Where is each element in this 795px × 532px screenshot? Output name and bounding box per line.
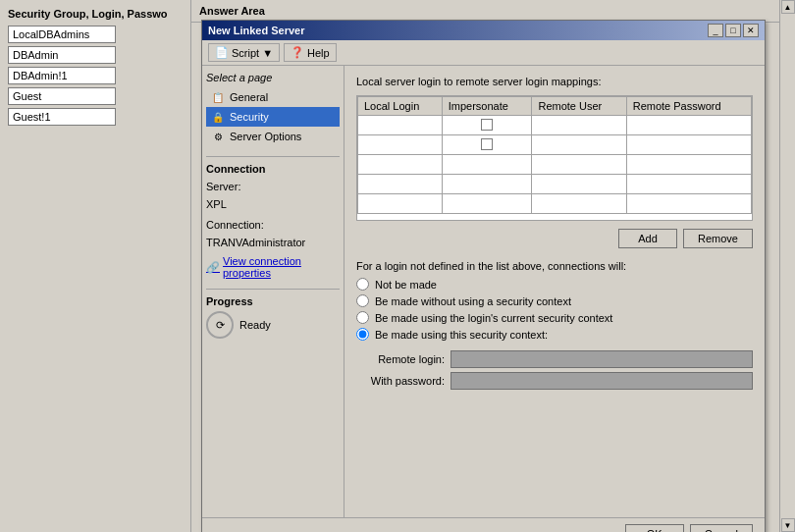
script-button[interactable]: 📄 Script ▼ <box>208 43 280 62</box>
table-row <box>358 135 752 155</box>
progress-status: Ready <box>239 319 271 331</box>
remote-password-cell[interactable] <box>626 135 751 155</box>
col-impersonate: Impersonate <box>442 97 532 116</box>
local-login-cell[interactable] <box>358 175 443 194</box>
list-item[interactable]: LocalDBAdmins <box>8 26 116 43</box>
progress-section: Progress ⟳ Ready <box>206 289 340 339</box>
dialog-body: Select a page 📋 General 🔒 Security ⚙ Ser… <box>202 66 765 517</box>
remote-login-input[interactable] <box>450 350 753 368</box>
login-table-container: Local Login Impersonate Remote User Remo… <box>356 95 753 221</box>
radio-option-current-context: Be made using the login's current securi… <box>356 311 753 324</box>
server-label: Server: XPL <box>206 179 340 213</box>
radio-no-security[interactable] <box>356 294 369 307</box>
radio-this-context[interactable] <box>356 328 369 341</box>
help-button[interactable]: ❓ Help <box>284 43 337 62</box>
connection-info: Server: XPL Connection: TRANVAdministrat… <box>206 179 340 251</box>
with-password-row: With password: <box>356 372 753 390</box>
radio-label-not-be-made: Not be made <box>375 279 437 291</box>
impersonate-cell[interactable] <box>442 116 532 135</box>
table-buttons: Add Remove <box>356 229 753 248</box>
remote-password-cell[interactable] <box>626 194 751 214</box>
sidebar-item-label: Server Options <box>230 131 301 142</box>
server-options-icon: ⚙ <box>210 129 226 144</box>
impersonate-cell[interactable] <box>442 135 532 155</box>
list-item[interactable]: DBAdmin <box>8 46 116 64</box>
table-row <box>358 155 752 175</box>
remote-user-cell[interactable] <box>532 155 626 175</box>
left-list: LocalDBAdmins DBAdmin DBAdmin!1 Guest Gu… <box>8 26 183 126</box>
dialog-content: Local server login to remote server logi… <box>344 66 765 517</box>
impersonate-cell[interactable] <box>442 175 532 194</box>
help-icon: ❓ <box>291 46 304 59</box>
remote-password-cell[interactable] <box>626 155 751 175</box>
dialog-titlebar: New Linked Server _ □ ✕ <box>202 21 765 40</box>
sidebar-item-general[interactable]: 📋 General <box>206 87 340 107</box>
script-icon: 📄 <box>215 46 229 59</box>
script-label: Script <box>232 47 259 59</box>
maximize-button[interactable]: □ <box>725 24 741 37</box>
connection-desc: For a login not defined in the list abov… <box>356 260 753 272</box>
local-login-cell[interactable] <box>358 116 443 135</box>
table-description: Local server login to remote server logi… <box>356 76 753 87</box>
impersonate-cell[interactable] <box>442 194 532 214</box>
impersonate-cell[interactable] <box>442 155 532 175</box>
remote-login-label: Remote login: <box>356 353 445 365</box>
sidebar-item-label: Security <box>230 111 269 123</box>
radio-label-current-context: Be made using the login's current securi… <box>375 312 612 324</box>
dialog-title: New Linked Server <box>208 25 304 36</box>
sidebar-item-label: General <box>230 91 268 103</box>
radio-option-not-be-made: Not be made <box>356 278 753 291</box>
left-panel: Security Group, Login, Passwo LocalDBAdm… <box>0 0 191 532</box>
radio-current-context[interactable] <box>356 311 369 324</box>
list-item[interactable]: DBAdmin!1 <box>8 67 116 84</box>
cancel-button[interactable]: Cancel <box>690 524 753 532</box>
chevron-down-icon: ▼ <box>262 47 273 59</box>
radio-not-be-made[interactable] <box>356 278 369 291</box>
col-local-login: Local Login <box>358 97 443 116</box>
progress-row: ⟳ Ready <box>206 311 340 339</box>
radio-group: For a login not defined in the list abov… <box>356 260 753 341</box>
remote-user-cell[interactable] <box>532 135 626 155</box>
list-item[interactable]: Guest <box>8 87 116 105</box>
remote-password-cell[interactable] <box>626 116 751 135</box>
progress-section-label: Progress <box>206 295 340 307</box>
remote-password-cell[interactable] <box>626 175 751 194</box>
table-row <box>358 116 752 135</box>
impersonate-checkbox[interactable] <box>481 119 493 131</box>
local-login-cell[interactable] <box>358 135 443 155</box>
dialog-toolbar: 📄 Script ▼ ❓ Help <box>202 40 765 66</box>
remove-button[interactable]: Remove <box>683 229 753 248</box>
scroll-down-arrow[interactable]: ▼ <box>781 518 795 532</box>
sidebar-item-security[interactable]: 🔒 Security <box>206 107 340 127</box>
dialog-footer: OK Cancel <box>202 517 765 532</box>
select-page-label: Select a page <box>206 72 340 83</box>
radio-label-this-context: Be made using this security context: <box>375 329 548 341</box>
dialog-window: New Linked Server _ □ ✕ 📄 Script ▼ ❓ Hel… <box>201 20 766 532</box>
scroll-up-arrow[interactable]: ▲ <box>781 0 795 14</box>
security-icon: 🔒 <box>210 109 226 125</box>
local-login-cell[interactable] <box>358 194 443 214</box>
right-panel: Answer Area New Linked Server _ □ ✕ 📄 Sc… <box>191 0 795 532</box>
link-icon: 🔗 <box>206 261 220 274</box>
right-scrollbar[interactable]: ▲ ▼ <box>779 0 795 532</box>
col-remote-user: Remote User <box>532 97 626 116</box>
remote-user-cell[interactable] <box>532 116 626 135</box>
list-item[interactable]: Guest!1 <box>8 108 116 126</box>
local-login-cell[interactable] <box>358 155 443 175</box>
view-connection-link[interactable]: 🔗 View connection properties <box>206 255 340 279</box>
radio-label-no-security: Be made without using a security context <box>375 295 571 307</box>
remote-user-cell[interactable] <box>532 194 626 214</box>
sidebar-item-server-options[interactable]: ⚙ Server Options <box>206 127 340 146</box>
general-icon: 📋 <box>210 89 226 105</box>
close-button[interactable]: ✕ <box>743 24 759 37</box>
impersonate-checkbox[interactable] <box>481 138 493 150</box>
connection-label: Connection: TRANVAdministrator <box>206 217 340 251</box>
add-button[interactable]: Add <box>618 229 677 248</box>
table-row <box>358 194 752 214</box>
minimize-button[interactable]: _ <box>708 24 723 37</box>
remote-user-cell[interactable] <box>532 175 626 194</box>
help-label: Help <box>307 47 330 59</box>
ok-button[interactable]: OK <box>625 524 684 532</box>
with-password-input[interactable] <box>450 372 753 390</box>
radio-option-no-security: Be made without using a security context <box>356 294 753 307</box>
